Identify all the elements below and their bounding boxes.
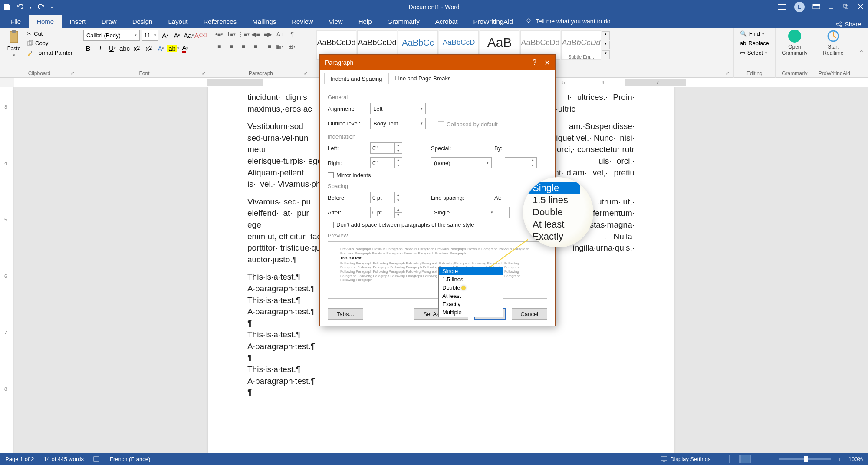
save-icon[interactable] xyxy=(3,3,10,10)
show-marks-button[interactable]: ¶ xyxy=(287,30,297,39)
tab-file[interactable]: File xyxy=(3,15,29,28)
paste-button[interactable]: Paste ▾ xyxy=(4,30,23,57)
align-left-button[interactable]: ≡ xyxy=(214,42,224,51)
language-status[interactable]: French (France) xyxy=(110,456,150,462)
minimize-icon[interactable] xyxy=(828,3,835,10)
linespacing-option-double[interactable]: Double xyxy=(439,284,503,292)
spellcheck-icon[interactable] xyxy=(93,455,100,462)
tab-prowritingaid[interactable]: ProWritingAid xyxy=(465,15,520,28)
align-right-button[interactable]: ≡ xyxy=(239,42,248,51)
align-center-button[interactable]: ≡ xyxy=(227,42,236,51)
linespacing-option-multiple[interactable]: Multiple xyxy=(439,308,503,317)
tab-grammarly[interactable]: Grammarly xyxy=(380,15,427,28)
vertical-ruler[interactable]: 3 4 5 6 7 8 xyxy=(0,87,14,465)
strikethrough-button[interactable]: abc xyxy=(120,43,129,53)
styles-gallery-scroll[interactable]: ▴▾▾ xyxy=(602,31,610,59)
tab-design[interactable]: Design xyxy=(125,15,161,28)
tab-draw[interactable]: Draw xyxy=(94,15,125,28)
undo-icon[interactable] xyxy=(16,3,23,10)
justify-button[interactable]: ≡ xyxy=(251,42,260,51)
page-info[interactable]: Page 1 of 2 xyxy=(5,456,34,462)
dialog-tab-breaks[interactable]: Line and Page Breaks xyxy=(389,72,457,84)
styles-launcher-icon[interactable]: ⤢ xyxy=(726,71,732,77)
tab-view[interactable]: View xyxy=(321,15,350,28)
bold-button[interactable]: B xyxy=(83,43,93,53)
dialog-titlebar[interactable]: Paragraph ? ✕ xyxy=(320,55,555,70)
borders-button[interactable]: ⊞▾ xyxy=(287,42,297,51)
multilevel-button[interactable]: ⋮≡▾ xyxy=(239,30,248,39)
view-print-button[interactable] xyxy=(740,455,751,463)
change-case-button[interactable]: Aa▾ xyxy=(184,30,194,40)
indent-left-spinner[interactable]: 0"▲▼ xyxy=(370,142,402,154)
cancel-button[interactable]: Cancel xyxy=(512,308,547,320)
linespacing-option-15lines[interactable]: 1.5 lines xyxy=(439,275,503,284)
linespacing-option-exactly[interactable]: Exactly xyxy=(439,300,503,308)
tab-references[interactable]: References xyxy=(195,15,244,28)
select-button[interactable]: ▭Select▾ xyxy=(738,49,771,57)
linespacing-dropdown[interactable]: Single 1.5 lines Double At least Exactly… xyxy=(438,267,503,317)
zoom-slider[interactable] xyxy=(779,458,831,460)
shrink-font-button[interactable]: A▾ xyxy=(172,30,182,40)
dialog-tab-indents[interactable]: Indents and Spacing xyxy=(324,73,389,84)
text-effects-button[interactable]: A▾ xyxy=(156,43,166,53)
cut-button[interactable]: ✂Cut xyxy=(25,30,74,38)
qat-customize-icon[interactable]: ▾ xyxy=(51,5,53,10)
sort-button[interactable]: A↓ xyxy=(275,30,285,39)
grow-font-button[interactable]: A▴ xyxy=(161,30,170,40)
simplified-ribbon-icon[interactable] xyxy=(778,4,786,10)
tell-me-search[interactable]: Tell me what you want to do xyxy=(521,15,615,28)
outline-combo[interactable]: Body Text▾ xyxy=(370,118,426,129)
format-painter-button[interactable]: Format Painter xyxy=(25,49,74,57)
replace-button[interactable]: abReplace xyxy=(738,39,771,47)
italic-button[interactable]: I xyxy=(95,43,105,53)
collapse-ribbon-button[interactable]: ⌃ xyxy=(855,28,868,77)
numbering-button[interactable]: 1≡▾ xyxy=(227,30,236,39)
mirror-checkbox[interactable] xyxy=(328,172,334,178)
clear-formatting-button[interactable]: A⌫ xyxy=(196,30,205,40)
copy-button[interactable]: Copy xyxy=(25,39,74,47)
font-color-button[interactable]: A▾ xyxy=(181,43,190,53)
shading-button[interactable]: ▦▾ xyxy=(275,42,285,51)
maximize-icon[interactable] xyxy=(843,3,850,10)
increase-indent-button[interactable]: ≡▶ xyxy=(263,30,273,39)
tab-help[interactable]: Help xyxy=(351,15,380,28)
view-focus-button[interactable] xyxy=(718,455,728,463)
indent-right-spinner[interactable]: 0"▲▼ xyxy=(370,157,402,168)
linespacing-combo[interactable]: Single▾ xyxy=(431,207,496,218)
style-subtleem[interactable]: AaBbCcDdSubtle Em... xyxy=(561,30,601,60)
tab-acrobat[interactable]: Acrobat xyxy=(427,15,466,28)
alignment-combo[interactable]: Left▾ xyxy=(370,103,426,114)
tab-mailings[interactable]: Mailings xyxy=(244,15,284,28)
open-grammarly-button[interactable]: Open Grammarly xyxy=(780,30,809,56)
paragraph-launcher-icon[interactable]: ⤢ xyxy=(304,71,310,77)
linespacing-option-atleast[interactable]: At least xyxy=(439,292,503,300)
font-name-combo[interactable]: Calibri (Body)▾ xyxy=(83,30,140,41)
dontadd-checkbox[interactable] xyxy=(328,222,334,228)
zoom-in-button[interactable]: + xyxy=(838,456,842,462)
tab-home[interactable]: Home xyxy=(29,15,62,28)
close-icon[interactable] xyxy=(858,3,865,10)
subscript-button[interactable]: x2 xyxy=(132,43,141,53)
tab-layout[interactable]: Layout xyxy=(160,15,195,28)
clipboard-launcher-icon[interactable]: ⤢ xyxy=(71,71,77,77)
tab-insert[interactable]: Insert xyxy=(62,15,94,28)
display-settings-button[interactable]: Display Settings xyxy=(661,456,710,462)
undo-dropdown-icon[interactable]: ▾ xyxy=(30,5,32,10)
decrease-indent-button[interactable]: ◀≡ xyxy=(251,30,260,39)
dialog-close-icon[interactable]: ✕ xyxy=(544,59,550,67)
underline-button[interactable]: U▾ xyxy=(108,43,117,53)
font-launcher-icon[interactable]: ⤢ xyxy=(202,71,208,77)
ribbon-display-icon[interactable] xyxy=(812,4,820,10)
special-combo[interactable]: (none)▾ xyxy=(431,157,492,168)
after-spinner[interactable]: 0 pt▲▼ xyxy=(370,207,402,218)
by-spinner[interactable]: ▲▼ xyxy=(505,157,537,168)
font-size-combo[interactable]: 11▾ xyxy=(142,30,158,41)
zoom-level[interactable]: 100% xyxy=(848,456,863,462)
share-button[interactable]: Share xyxy=(829,21,868,28)
highlight-button[interactable]: ab▾ xyxy=(168,43,178,53)
zoom-out-button[interactable]: − xyxy=(769,456,773,462)
tab-review[interactable]: Review xyxy=(284,15,321,28)
redo-icon[interactable] xyxy=(38,3,45,10)
dialog-help-icon[interactable]: ? xyxy=(533,59,536,67)
line-spacing-button[interactable]: ↕≡ xyxy=(263,42,273,51)
